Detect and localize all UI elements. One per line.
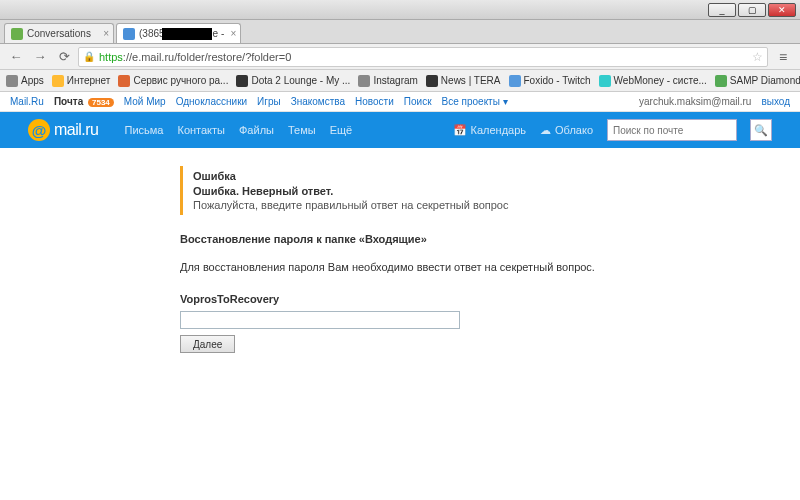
tab-mailru-inbox[interactable]: (3865) Входящие - × [116,23,241,43]
next-button[interactable]: Далее [180,335,235,353]
bookmark-favicon [509,75,521,87]
portal-link[interactable]: Поиск [404,96,432,107]
mailru-logo[interactable]: @ mail.ru [28,119,99,141]
bookmark-item[interactable]: SAMP Diamond Rol... [715,75,800,87]
window-titlebar: _ ▢ ✕ [0,0,800,20]
logo-text: mail.ru [54,121,99,139]
apps-button[interactable]: Apps [6,75,44,87]
mail-navbar: @ mail.ru Письма Контакты Файлы Темы Ещё… [0,112,800,148]
recovery-heading: Восстановление пароля к папке «Входящие» [180,233,800,245]
bookmark-favicon [236,75,248,87]
portal-link[interactable]: Mail.Ru [10,96,44,107]
mail-search-box[interactable] [607,119,737,141]
cloud-icon: ☁ [540,124,551,137]
forward-button[interactable]: → [30,47,50,67]
bookmark-favicon [118,75,130,87]
bookmark-item[interactable]: News | TERA [426,75,501,87]
nav-more[interactable]: Ещё [330,124,353,136]
error-message: Пожалуйста, введите правильный ответ на … [193,199,800,211]
window-maximize-button[interactable]: ▢ [738,3,766,17]
error-notice: Ошибка Ошибка. Неверный ответ. Пожалуйст… [180,166,800,215]
portal-link-mail[interactable]: Почта 7534 [54,96,114,107]
nav-letters[interactable]: Письма [125,124,164,136]
address-bar[interactable]: 🔒 https ://e.mail.ru/folder/restore/?fol… [78,47,768,67]
portal-link[interactable]: Мой Мир [124,96,166,107]
nav-contacts[interactable]: Контакты [177,124,225,136]
tab-label: Conversations [27,28,91,39]
browser-menu-button[interactable]: ≡ [772,47,794,67]
bookmark-favicon [52,75,64,87]
reload-button[interactable]: ⟳ [54,47,74,67]
mail-search-input[interactable] [613,125,731,136]
error-heading: Ошибка [193,170,800,182]
secret-question-label: VoprosToRecovery [180,293,800,305]
portal-link[interactable]: Новости [355,96,394,107]
bookmark-item[interactable]: Сервис ручного ра... [118,75,228,87]
bookmark-favicon [715,75,727,87]
logout-link[interactable]: выход [761,96,790,107]
search-icon: 🔍 [754,124,768,137]
portal-link[interactable]: Игры [257,96,281,107]
bookmark-favicon [599,75,611,87]
window-minimize-button[interactable]: _ [708,3,736,17]
lock-icon: 🔒 [83,51,95,62]
bookmark-star-icon[interactable]: ☆ [752,50,763,64]
url-scheme: https [99,51,123,63]
portal-link-all-projects[interactable]: Все проекты ▾ [442,96,508,107]
bookmark-item[interactable]: Dota 2 Lounge - My ... [236,75,350,87]
calendar-icon: 📅 [453,124,467,137]
window-close-button[interactable]: ✕ [768,3,796,17]
back-button[interactable]: ← [6,47,26,67]
nav-cloud[interactable]: ☁Облако [540,124,593,137]
tab-close-icon[interactable]: × [230,28,236,39]
secret-answer-input[interactable] [180,311,460,329]
bookmarks-bar: Apps Интернет Сервис ручного ра... Dota … [0,70,800,92]
bookmark-item[interactable]: Instagram [358,75,417,87]
redacted-region [162,28,212,40]
unread-badge: 7534 [88,98,114,107]
at-logo-icon: @ [28,119,50,141]
mailru-portal-bar: Mail.Ru Почта 7534 Мой Мир Одноклассники… [0,92,800,112]
nav-themes[interactable]: Темы [288,124,316,136]
bookmark-item[interactable]: Интернет [52,75,111,87]
bookmark-item[interactable]: WebMoney - систе... [599,75,707,87]
portal-link[interactable]: Одноклассники [176,96,247,107]
mail-search-button[interactable]: 🔍 [750,119,772,141]
current-user-email[interactable]: yarchuk.maksim@mail.ru [639,96,751,107]
tab-conversations[interactable]: Conversations × [4,23,114,43]
recovery-instruction: Для восстановления пароля Вам необходимо… [180,261,800,273]
tab-close-icon[interactable]: × [103,28,109,39]
portal-link[interactable]: Знакомства [291,96,345,107]
nav-calendar[interactable]: 📅Календарь [453,124,527,137]
error-subheading: Ошибка. Неверный ответ. [193,185,800,197]
nav-files[interactable]: Файлы [239,124,274,136]
browser-tabs: Conversations × (3865) Входящие - × [0,20,800,44]
tab-favicon [11,28,23,40]
apps-icon [6,75,18,87]
bookmark-favicon [426,75,438,87]
page-content: Ошибка Ошибка. Неверный ответ. Пожалуйст… [0,148,800,353]
tab-favicon [123,28,135,40]
bookmark-item[interactable]: Foxido - Twitch [509,75,591,87]
url-path: ://e.mail.ru/folder/restore/?folder=0 [123,51,291,63]
bookmark-favicon [358,75,370,87]
browser-toolbar: ← → ⟳ 🔒 https ://e.mail.ru/folder/restor… [0,44,800,70]
